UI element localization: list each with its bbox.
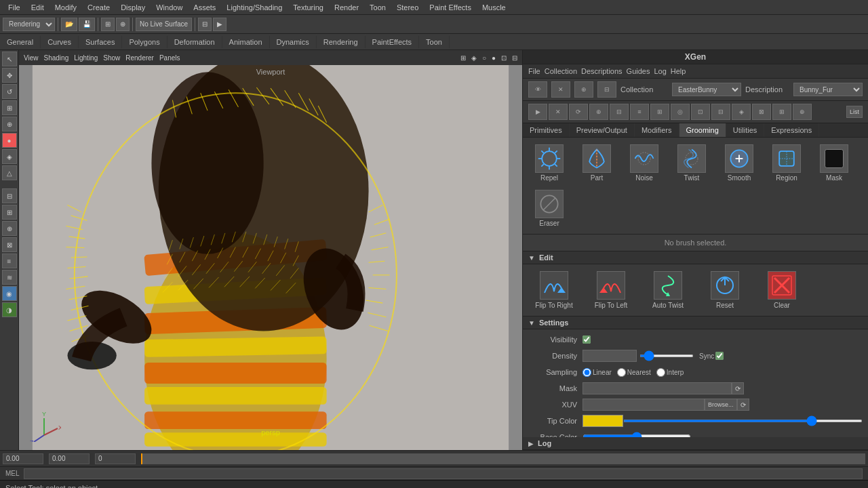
- density-slider[interactable]: [639, 354, 694, 357]
- tool6[interactable]: ●: [2, 133, 17, 148]
- menu-assets[interactable]: Assets: [188, 2, 221, 13]
- xgen-list-btn[interactable]: List: [846, 106, 863, 118]
- tab-general[interactable]: General: [0, 36, 41, 48]
- xgen-icon-d[interactable]: ⊟: [610, 104, 629, 120]
- menu-muscle[interactable]: Muscle: [477, 2, 511, 13]
- vp-icon5[interactable]: ⊡: [499, 54, 509, 62]
- tool16[interactable]: ◑: [2, 302, 17, 317]
- tab-curves[interactable]: Curves: [41, 36, 79, 48]
- vp-icon3[interactable]: ○: [480, 54, 488, 62]
- xgen-icon-j[interactable]: ◈: [732, 104, 751, 120]
- xgen-icon-m[interactable]: ⊕: [793, 104, 812, 120]
- visibility-checkbox[interactable]: [583, 336, 591, 344]
- brush-part[interactable]: Part: [574, 142, 619, 184]
- xgen-icon2[interactable]: ✕: [551, 81, 570, 98]
- xgen-icon-k[interactable]: ⊠: [752, 104, 771, 120]
- time-start[interactable]: [3, 453, 43, 464]
- brush-region[interactable]: Region: [764, 142, 809, 184]
- vp-renderer-menu[interactable]: Renderer: [123, 54, 156, 62]
- tab-animation[interactable]: Animation: [222, 36, 270, 48]
- xgen-icon-f[interactable]: ⊞: [650, 104, 669, 120]
- vp-icon2[interactable]: ◈: [469, 54, 479, 62]
- xgen-icon-i[interactable]: ⊟: [711, 104, 730, 120]
- sync-checkbox[interactable]: [715, 352, 724, 360]
- vp-lighting-menu[interactable]: Lighting: [72, 54, 100, 62]
- vp-icon4[interactable]: ●: [490, 54, 498, 62]
- xgen-icon-l[interactable]: ⊞: [772, 104, 791, 120]
- xgen-collection-dropdown[interactable]: EasterBunny: [672, 83, 741, 96]
- log-section-header[interactable]: ▶ Log: [523, 437, 868, 450]
- tab-primitives[interactable]: Primitives: [523, 123, 570, 137]
- settings-section-header[interactable]: ▼ Settings: [523, 317, 868, 329]
- xgen-log-menu[interactable]: Log: [654, 67, 666, 75]
- brush-twist[interactable]: Twist: [669, 142, 714, 184]
- edit-reset[interactable]: Reset: [698, 268, 752, 312]
- tab-polygons[interactable]: Polygons: [122, 36, 167, 48]
- vp-panels-menu[interactable]: Panels: [157, 54, 182, 62]
- xgen-icon-h[interactable]: ⊡: [691, 104, 710, 120]
- xgen-icon-b[interactable]: ⟳: [569, 104, 588, 120]
- xgen-icon-c[interactable]: ⊕: [589, 104, 608, 120]
- xgen-guides-menu[interactable]: Guides: [627, 67, 650, 75]
- brush-noise[interactable]: Noise: [622, 142, 667, 184]
- tool8[interactable]: △: [2, 165, 17, 180]
- snap-btn[interactable]: ⊟: [198, 18, 212, 31]
- mel-input[interactable]: [24, 468, 863, 479]
- live-surface-btn[interactable]: No Live Surface: [136, 18, 192, 31]
- sampling-interp[interactable]: Interp: [656, 368, 684, 377]
- xgen-file-menu[interactable]: File: [528, 67, 540, 75]
- menu-window[interactable]: Window: [151, 2, 188, 13]
- xgen-icon-g[interactable]: ◎: [671, 104, 690, 120]
- edit-auto-twist[interactable]: Auto Twist: [641, 268, 695, 312]
- select-btn[interactable]: ⊞: [101, 18, 115, 31]
- tip-color-swatch[interactable]: [583, 415, 623, 427]
- transform-btn[interactable]: ⊕: [116, 18, 130, 31]
- edit-flip-right[interactable]: Flip To Right: [527, 268, 581, 312]
- tool7[interactable]: ◈: [2, 149, 17, 164]
- tab-grooming[interactable]: Grooming: [679, 123, 726, 137]
- tool12[interactable]: ⊠: [2, 237, 17, 252]
- tab-utilities[interactable]: Utilities: [726, 123, 764, 137]
- open-btn[interactable]: 📂: [61, 18, 77, 31]
- tool15[interactable]: ◉: [2, 286, 17, 301]
- tool13[interactable]: ≡: [2, 253, 17, 268]
- tab-modifiers[interactable]: Modifiers: [635, 123, 679, 137]
- density-input[interactable]: 1.0000: [583, 350, 637, 362]
- menu-stereo[interactable]: Stereo: [391, 2, 424, 13]
- xuv-input[interactable]: [583, 399, 705, 411]
- mask-refresh-btn[interactable]: ⟳: [732, 382, 744, 394]
- viewport[interactable]: Viewport persp Y X Z: [19, 65, 522, 450]
- edit-section-header[interactable]: ▼ Edit: [523, 251, 868, 264]
- vp-view-menu[interactable]: View: [22, 54, 41, 62]
- tool9[interactable]: ⊟: [2, 188, 17, 203]
- render-btn[interactable]: ▶: [213, 18, 226, 31]
- tab-toon[interactable]: Toon: [419, 36, 450, 48]
- menu-lighting-shading[interactable]: Lighting/Shading: [221, 2, 288, 13]
- tip-color-slider[interactable]: [623, 420, 863, 422]
- xgen-description-dropdown[interactable]: Bunny_Fur: [793, 83, 863, 96]
- menu-render[interactable]: Render: [329, 2, 364, 13]
- xgen-collection-menu[interactable]: Collection: [545, 67, 577, 75]
- sampling-linear[interactable]: Linear: [583, 368, 612, 377]
- tool11[interactable]: ⊕: [2, 221, 17, 236]
- menu-edit[interactable]: Edit: [26, 2, 50, 13]
- tab-deformation[interactable]: Deformation: [167, 36, 222, 48]
- vp-show-menu[interactable]: Show: [101, 54, 122, 62]
- edit-flip-left[interactable]: Flip To Left: [584, 268, 638, 312]
- save-btn[interactable]: 💾: [79, 18, 95, 31]
- vp-icon1[interactable]: ⊞: [458, 54, 468, 62]
- xuv-browse-btn[interactable]: Browse...: [705, 399, 737, 411]
- tab-painteffects[interactable]: PaintEffects: [366, 36, 420, 48]
- tab-expressions[interactable]: Expressions: [764, 123, 819, 137]
- vp-icon6[interactable]: ⊟: [510, 54, 519, 62]
- time-current[interactable]: [49, 453, 90, 464]
- timeline[interactable]: [141, 453, 865, 464]
- sampling-nearest[interactable]: Nearest: [617, 368, 651, 377]
- brush-smooth[interactable]: Smooth: [717, 142, 762, 184]
- menu-file[interactable]: File: [3, 2, 26, 13]
- xgen-icon4[interactable]: ⊟: [597, 81, 616, 98]
- tab-dynamics[interactable]: Dynamics: [270, 36, 317, 48]
- move-tool[interactable]: ✥: [2, 68, 17, 83]
- xgen-descriptions-menu[interactable]: Descriptions: [581, 67, 623, 75]
- brush-repel[interactable]: Repel: [527, 142, 572, 184]
